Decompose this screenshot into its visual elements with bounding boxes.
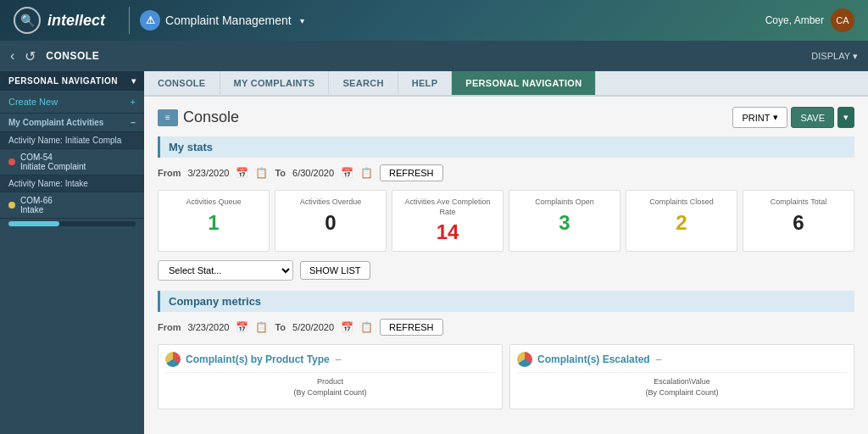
sidebar-section-header[interactable]: PERSONAL NAVIGATION ▾ (0, 71, 144, 91)
console-icon: ≡ (158, 109, 178, 126)
chart-title-0: Complaint(s) by Product Type − (165, 352, 495, 367)
chart-minimize-0[interactable]: − (335, 353, 342, 366)
from-calendar-icon[interactable]: 📅 (236, 167, 248, 179)
back-button[interactable]: ‹ (10, 48, 14, 64)
tab-help[interactable]: HELP (398, 71, 453, 95)
chart-col-label-0: Product(By Complaint Count) (165, 372, 495, 401)
activity-detail-0: COM-54 Initiate Complaint (20, 153, 86, 171)
stat-cards: Activities Queue 1 Activities Overdue 0 … (158, 190, 854, 252)
content-area: CONSOLE MY COMPLAINTS SEARCH HELP PERSON… (144, 71, 868, 434)
stat-value-0: 1 (165, 211, 262, 235)
from-calendar-icon-2[interactable]: 📋 (255, 167, 268, 179)
cm-from-calendar-icon-2[interactable]: 📋 (255, 321, 268, 333)
stat-label-2: Activities Ave Completion Rate (399, 198, 496, 217)
stats-filter-row: From 3/23/2020 📅 📋 To 6/30/2020 📅 📋 REFR… (158, 164, 854, 181)
show-list-button[interactable]: SHOW LIST (300, 261, 370, 280)
sidebar-item-1[interactable]: COM-66 Intake (0, 192, 144, 219)
stat-card-5: Complaints Total 6 (743, 190, 854, 252)
refresh-header-button[interactable]: ↺ (25, 48, 36, 64)
action-buttons: PRINT ▾ SAVE ▾ (732, 107, 854, 128)
cm-to-calendar-icon-2[interactable]: 📋 (360, 321, 373, 333)
cm-to-label: To (275, 322, 286, 332)
to-label: To (275, 168, 286, 178)
app-title: ⚠ Complaint Management ▾ (140, 10, 304, 31)
chart-card-1: Complaint(s) Escalated − Escalation\Valu… (509, 344, 854, 409)
console-content: ≡ Console PRINT ▾ SAVE ▾ My stats From 3… (144, 97, 868, 420)
from-label: From (158, 168, 181, 178)
tab-my-complaints[interactable]: MY COMPLAINTS (220, 71, 330, 95)
user-avatar: CA (831, 8, 854, 32)
stat-label-5: Complaints Total (750, 198, 847, 208)
main-layout: PERSONAL NAVIGATION ▾ Create New + My Co… (0, 71, 868, 434)
company-metrics-filter-row: From 3/23/2020 📅 📋 To 5/20/2020 📅 📋 REFR… (158, 319, 854, 336)
stat-label-0: Activities Queue (165, 198, 262, 208)
sub-header-title: CONSOLE (46, 50, 99, 62)
save-button[interactable]: SAVE (791, 107, 834, 128)
activity-name-2: Activity Name: Intake (0, 175, 144, 192)
console-title-row: ≡ Console PRINT ▾ SAVE ▾ (158, 107, 854, 128)
tab-console[interactable]: CONSOLE (144, 71, 220, 95)
app-title-text: Complaint Management (165, 14, 292, 27)
stat-select[interactable]: Select Stat... (158, 260, 293, 281)
tabs: CONSOLE MY COMPLAINTS SEARCH HELP PERSON… (144, 71, 868, 97)
tab-search[interactable]: SEARCH (329, 71, 398, 95)
sidebar-item-0[interactable]: COM-54 Initiate Complaint (0, 149, 144, 175)
stat-card-1: Activities Overdue 0 (275, 190, 387, 252)
chart-title-1: Complaint(s) Escalated − (517, 352, 847, 367)
company-metrics-section: Company metrics From 3/23/2020 📅 📋 To 5/… (158, 291, 854, 409)
progress-bar-fill (8, 221, 59, 226)
pie-icon-1 (517, 352, 532, 367)
status-dot-yellow (8, 202, 15, 209)
chart-minimize-1[interactable]: − (655, 353, 662, 366)
cm-to-calendar-icon[interactable]: 📅 (341, 321, 353, 333)
company-metrics-refresh-button[interactable]: REFRESH (380, 319, 443, 336)
logo-icon: 🔍 (14, 7, 41, 34)
to-calendar-icon[interactable]: 📅 (341, 167, 353, 179)
sidebar: PERSONAL NAVIGATION ▾ Create New + My Co… (0, 71, 144, 434)
console-title: ≡ Console (158, 108, 239, 126)
print-dropdown-arrow: ▾ (773, 112, 778, 123)
my-complaints-header: My Complaint Activities − (0, 114, 144, 132)
stat-label-3: Complaints Open (516, 198, 613, 208)
status-dot-red (8, 159, 15, 165)
stat-value-2: 14 (399, 220, 496, 244)
from-date: 3/23/2020 (188, 168, 230, 178)
header-divider (129, 7, 130, 34)
pie-icon-0 (165, 352, 181, 367)
my-stats-refresh-button[interactable]: REFRESH (380, 164, 443, 181)
cm-from-calendar-icon[interactable]: 📅 (236, 321, 248, 333)
stat-value-5: 6 (750, 211, 847, 235)
cm-from-date: 3/23/2020 (188, 322, 230, 332)
chart-col-label-1: Escalation\Value(By Complaint Count) (517, 372, 847, 401)
cm-to-date: 5/20/2020 (292, 322, 334, 332)
app-title-dropdown-arrow[interactable]: ▾ (300, 16, 304, 25)
cm-from-label: From (158, 322, 181, 332)
print-button[interactable]: PRINT ▾ (732, 107, 787, 128)
logo-area: 🔍 intellect (14, 7, 105, 34)
logo-text: intellect (47, 12, 105, 30)
user-name: Coye, Amber (765, 14, 824, 26)
stat-card-2: Activities Ave Completion Rate 14 (392, 190, 504, 252)
display-dropdown-icon: ▾ (853, 51, 858, 62)
display-button[interactable]: DISPLAY ▾ (811, 51, 858, 62)
sidebar-section-label: PERSONAL NAVIGATION (8, 76, 118, 86)
progress-bar (8, 221, 136, 226)
stat-label-1: Activities Overdue (282, 198, 379, 208)
create-new-button[interactable]: Create New + (0, 91, 144, 114)
user-area: Coye, Amber CA (765, 8, 854, 32)
to-date: 6/30/2020 (292, 168, 334, 178)
stat-card-0: Activities Queue 1 (158, 190, 270, 252)
progress-bar-wrap (0, 219, 144, 231)
activity-name-1: Activity Name: Initiate Compla (0, 132, 144, 149)
my-stats-header: My stats (158, 136, 854, 158)
warning-icon: ⚠ (140, 10, 160, 31)
stat-card-4: Complaints Closed 2 (626, 190, 737, 252)
my-complaints-minus-icon: − (131, 118, 136, 127)
to-calendar-icon-2[interactable]: 📋 (360, 167, 373, 179)
stat-value-4: 2 (633, 211, 730, 235)
select-stat-row: Select Stat... SHOW LIST (158, 260, 854, 281)
sub-header: ‹ ↺ CONSOLE DISPLAY ▾ (0, 41, 868, 71)
stat-label-4: Complaints Closed (633, 198, 730, 208)
save-dropdown-button[interactable]: ▾ (837, 107, 854, 128)
tab-personal-navigation[interactable]: PERSONAL NAVIGATION (452, 71, 596, 95)
